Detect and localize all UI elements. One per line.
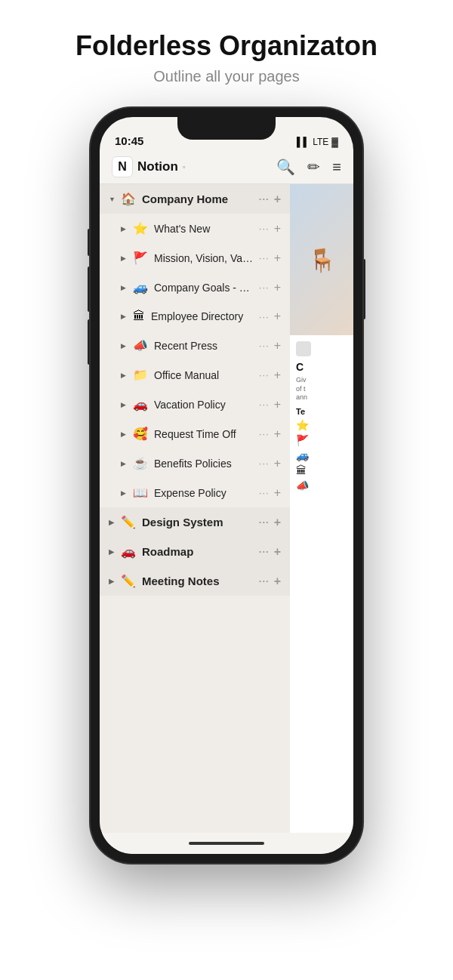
expand-arrow-icon: ▶: [121, 430, 128, 438]
expand-arrow-icon: ▶: [121, 401, 128, 408]
more-options-icon[interactable]: ···: [259, 516, 270, 528]
item-actions: ···+: [259, 222, 281, 236]
item-actions: ···+: [259, 310, 281, 323]
expand-arrow-icon: ▶: [121, 313, 128, 320]
more-options-icon[interactable]: ···: [259, 399, 270, 410]
lte-label: LTE: [313, 137, 328, 147]
item-actions: ···+: [259, 251, 281, 265]
item-emoji: ✏️: [121, 574, 136, 588]
add-page-icon[interactable]: +: [274, 486, 281, 500]
item-emoji: ⭐: [133, 221, 148, 236]
header-section: Folderless Organizaton Outline all your …: [60, 0, 393, 108]
add-page-icon[interactable]: +: [274, 457, 281, 470]
item-actions: ···+: [259, 368, 281, 382]
emoji-press: 📣: [296, 479, 347, 492]
sidebar-item-vacation-policy[interactable]: ▶🚗Vacation Policy···+: [100, 390, 290, 419]
add-page-icon[interactable]: +: [274, 222, 281, 236]
right-panel-content: C Givof tann Te ⭐ 🚩 🚙 🏛 📣: [290, 335, 353, 498]
sub-title: Outline all your pages: [76, 68, 378, 85]
sidebar-item-office-manual[interactable]: ▶📁Office Manual···+: [100, 360, 290, 390]
item-actions: ···+: [259, 457, 281, 470]
sidebar-item-whats-new[interactable]: ▶⭐What's New···+: [100, 214, 290, 243]
add-page-icon[interactable]: +: [274, 251, 281, 265]
more-options-icon[interactable]: ···: [259, 369, 270, 381]
chat-icon: [296, 341, 311, 356]
add-page-icon[interactable]: +: [274, 427, 281, 441]
more-options-icon[interactable]: ···: [259, 223, 270, 234]
phone-screen: 10:45 ▌▌ LTE ▓ N Notion ◦ 🔍: [100, 117, 353, 854]
right-panel-image: 🪑: [290, 184, 353, 335]
sidebar-item-company-home[interactable]: ▼🏠Company Home···+: [100, 184, 290, 214]
more-options-icon[interactable]: ···: [259, 546, 270, 557]
add-page-icon[interactable]: +: [274, 193, 281, 206]
nav-right: 🔍 ✏ ≡: [276, 158, 341, 176]
app-name: Notion: [137, 159, 178, 174]
sidebar-item-design-system[interactable]: ▶✏️Design System···+: [100, 507, 290, 537]
edit-icon[interactable]: ✏: [307, 158, 320, 176]
item-label: Employee Directory: [151, 310, 254, 322]
sidebar-item-expense-policy[interactable]: ▶📖Expense Policy···+: [100, 478, 290, 507]
item-label: Company Goals - 20...: [154, 282, 254, 294]
home-bar: [100, 833, 353, 854]
search-icon[interactable]: 🔍: [276, 158, 295, 176]
item-actions: ···+: [259, 486, 281, 500]
sidebar-item-roadmap[interactable]: ▶🚗Roadmap···+: [100, 537, 290, 566]
sidebar-item-recent-press[interactable]: ▶📣Recent Press···+: [100, 331, 290, 360]
emoji-car: 🚙: [296, 449, 347, 461]
more-options-icon[interactable]: ···: [259, 193, 270, 205]
power-button: [362, 259, 365, 319]
sidebar-item-benefits[interactable]: ▶☕Benefits Policies···+: [100, 448, 290, 478]
more-options-icon[interactable]: ···: [259, 340, 270, 351]
item-label: Vacation Policy: [154, 399, 254, 411]
item-emoji: ✏️: [121, 515, 136, 529]
add-page-icon[interactable]: +: [274, 310, 281, 323]
nav-left: N Notion ◦: [112, 156, 186, 177]
item-label: Meeting Notes: [142, 575, 254, 587]
sidebar-item-company-goals[interactable]: ▶🚙Company Goals - 20...···+: [100, 273, 290, 302]
expand-arrow-icon: ▶: [121, 254, 128, 262]
main-title: Folderless Organizaton: [76, 30, 378, 62]
add-page-icon[interactable]: +: [274, 398, 281, 411]
add-page-icon[interactable]: +: [274, 339, 281, 353]
sidebar-item-mission[interactable]: ▶🚩Mission, Vision, Valu...···+: [100, 243, 290, 273]
add-page-icon[interactable]: +: [274, 545, 281, 559]
expand-arrow-icon: ▶: [109, 578, 116, 585]
item-label: Recent Press: [154, 340, 254, 352]
right-panel: 🪑 C Givof tann Te ⭐ 🚩 🚙 🏛 📣: [290, 184, 353, 833]
sidebar-item-meeting-notes[interactable]: ▶✏️Meeting Notes···+: [100, 566, 290, 596]
sidebar-item-request-time-off[interactable]: ▶🥰Request Time Off···+: [100, 419, 290, 448]
more-options-icon[interactable]: ···: [259, 252, 270, 263]
right-panel-heading: C: [296, 361, 347, 373]
add-page-icon[interactable]: +: [274, 368, 281, 382]
item-emoji: 🚙: [133, 280, 148, 294]
more-options-icon[interactable]: ···: [259, 428, 270, 439]
item-emoji: 🥰: [133, 427, 148, 441]
add-page-icon[interactable]: +: [274, 575, 281, 588]
expand-arrow-icon: ▶: [109, 548, 116, 556]
item-actions: ···+: [259, 545, 281, 559]
notion-logo: N: [112, 156, 133, 177]
item-emoji: 📁: [133, 368, 148, 382]
sidebar-item-employee-dir[interactable]: ▶🏛Employee Directory···+: [100, 302, 290, 331]
item-emoji: 🚗: [133, 397, 148, 411]
item-label: Benefits Policies: [154, 458, 254, 470]
notch: [177, 117, 276, 140]
more-options-icon[interactable]: ···: [259, 311, 270, 322]
item-label: Roadmap: [142, 545, 254, 558]
nav-bar: N Notion ◦ 🔍 ✏ ≡: [100, 150, 353, 184]
more-options-icon[interactable]: ···: [259, 458, 270, 469]
item-emoji: 🏠: [121, 192, 136, 206]
more-options-icon[interactable]: ···: [259, 487, 270, 498]
more-options-icon[interactable]: ···: [259, 575, 270, 587]
add-page-icon[interactable]: +: [274, 516, 281, 529]
item-emoji: 🚗: [121, 544, 136, 559]
menu-icon[interactable]: ≡: [332, 159, 341, 176]
expand-arrow-icon: ▶: [109, 519, 116, 526]
add-page-icon[interactable]: +: [274, 281, 281, 294]
status-time: 10:45: [115, 134, 143, 147]
phone-shell: 10:45 ▌▌ LTE ▓ N Notion ◦ 🔍: [91, 108, 362, 863]
item-emoji: 🚩: [133, 251, 148, 265]
item-actions: ···+: [259, 281, 281, 294]
more-options-icon[interactable]: ···: [259, 282, 270, 293]
item-emoji: 📣: [133, 338, 148, 353]
